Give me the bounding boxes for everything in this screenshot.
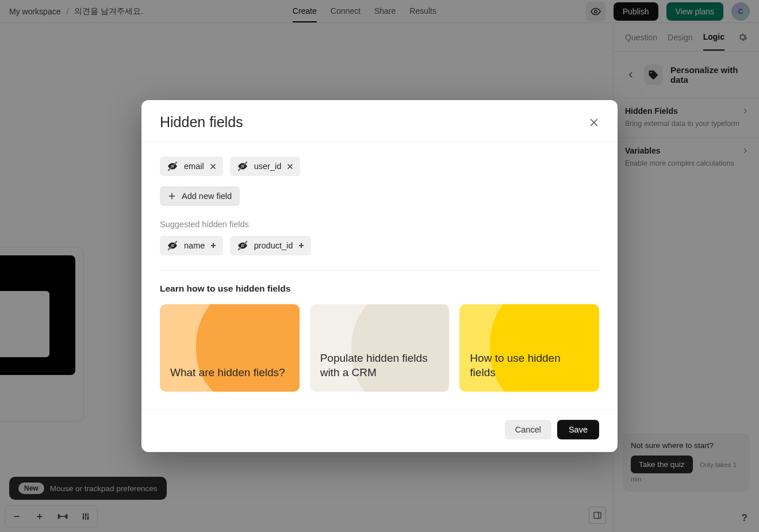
modal-close-button[interactable]	[589, 117, 599, 128]
suggested-chip[interactable]: product_id +	[230, 236, 311, 255]
add-field-button[interactable]: Add new field	[160, 186, 240, 206]
learn-card-title: Populate hidden fields with a CRM	[320, 351, 439, 392]
chip-remove-button[interactable]	[287, 163, 293, 170]
add-icon: +	[210, 240, 216, 251]
learn-heading: Learn how to use hidden fields	[160, 284, 599, 294]
suggested-heading: Suggested hidden fields	[160, 220, 599, 229]
chip-label: product_id	[254, 241, 293, 250]
chip-remove-button[interactable]	[210, 163, 216, 170]
learn-card-title: How to use hidden fields	[470, 351, 589, 392]
hidden-field-chip: user_id	[230, 156, 301, 176]
learn-card-what[interactable]: What are hidden fields?	[160, 304, 300, 392]
learn-card-crm[interactable]: Populate hidden fields with a CRM	[310, 304, 450, 392]
hidden-field-chips: email user_id	[160, 156, 599, 176]
cancel-button[interactable]: Cancel	[505, 420, 551, 439]
chip-label: email	[184, 162, 204, 171]
close-icon	[287, 163, 293, 170]
suggested-chips: name + product_id +	[160, 236, 599, 255]
modal-footer: Cancel Save	[141, 409, 618, 452]
hidden-field-chip: email	[160, 156, 223, 176]
add-icon: +	[298, 240, 304, 251]
save-button[interactable]: Save	[557, 420, 599, 439]
learn-card-title: What are hidden fields?	[170, 365, 285, 392]
divider	[160, 270, 599, 271]
chip-label: name	[184, 241, 205, 250]
learn-cards: What are hidden fields? Populate hidden …	[160, 304, 599, 392]
hidden-icon	[237, 240, 248, 251]
hidden-icon	[167, 160, 178, 172]
hidden-fields-modal: Hidden fields email user_id A	[141, 100, 618, 452]
hidden-icon	[167, 240, 178, 251]
chip-label: user_id	[254, 162, 282, 171]
hidden-icon	[237, 160, 248, 172]
modal-title: Hidden fields	[160, 114, 243, 131]
suggested-chip[interactable]: name +	[160, 236, 223, 255]
learn-card-how[interactable]: How to use hidden fields	[459, 304, 599, 392]
close-icon	[210, 163, 216, 170]
plus-icon	[168, 192, 176, 200]
add-field-label: Add new field	[182, 192, 232, 201]
close-icon	[589, 117, 599, 128]
